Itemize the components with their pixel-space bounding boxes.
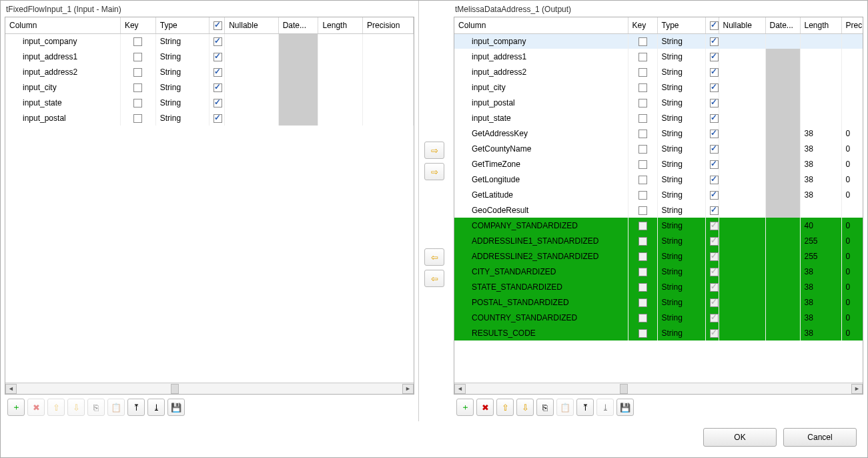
key-checkbox[interactable] [133,99,142,107]
cell-nullable-cb[interactable] [705,126,719,141]
hdr-nullable-cb[interactable] [209,17,225,33]
right-hscrollbar[interactable]: ◄ ► [454,383,863,394]
cell-type[interactable]: String [657,141,705,156]
cell-column[interactable]: input_city [454,79,628,95]
cell-precision[interactable]: 0 [841,264,863,279]
cell-column[interactable]: COMPANY_STANDARDIZED [454,218,628,233]
cell-type[interactable]: String [155,64,209,79]
cell-date[interactable] [765,110,800,126]
hdr-date[interactable]: Date... [278,17,318,33]
cell-type[interactable]: String [657,218,705,233]
nullable-checkbox[interactable] [710,83,719,92]
cell-date[interactable] [765,33,800,49]
cell-length[interactable] [800,202,841,218]
key-checkbox[interactable] [638,298,647,307]
cell-column[interactable]: input_address2 [5,64,120,79]
cell-column[interactable]: input_company [5,33,120,49]
key-checkbox[interactable] [638,176,647,184]
cell-date[interactable] [765,279,800,294]
cell-length[interactable]: 255 [800,233,841,248]
key-checkbox[interactable] [638,252,647,261]
cell-date[interactable] [278,95,318,110]
cell-length[interactable] [800,49,841,64]
hdr-date[interactable]: Date... [765,17,800,33]
cell-nullable-cb[interactable] [705,64,719,79]
nullable-checkbox[interactable] [710,206,719,215]
cell-type[interactable]: String [657,79,705,95]
key-checkbox[interactable] [638,114,647,123]
cell-length[interactable]: 38 [800,172,841,187]
cell-key[interactable] [120,64,155,79]
copy-all-left-button[interactable]: ⇦ [424,270,444,287]
cell-length[interactable]: 40 [800,218,841,233]
cell-key[interactable] [628,95,657,110]
cell-key[interactable] [628,64,657,79]
cell-precision[interactable] [841,202,863,218]
add-button[interactable]: ＋ [7,399,25,416]
scroll-left-icon[interactable]: ◄ [5,384,17,394]
cell-length[interactable] [318,95,363,110]
left-hscrollbar[interactable]: ◄ ► [5,383,414,394]
cell-precision[interactable] [363,79,414,95]
left-table[interactable]: Column Key Type Nullable Date... Length … [5,17,414,126]
key-checkbox[interactable] [638,329,647,338]
cell-date[interactable] [765,294,800,310]
cell-date[interactable] [765,79,800,95]
cell-column[interactable]: input_state [454,110,628,126]
nullable-checkbox[interactable] [710,53,719,61]
cell-key[interactable] [628,141,657,156]
table-row[interactable]: RESULTS_CODEString380 [454,325,863,340]
cell-precision[interactable]: 0 [841,294,863,310]
cell-precision[interactable]: 0 [841,218,863,233]
table-row[interactable]: input_postalString [454,95,863,110]
cell-precision[interactable]: 0 [841,310,863,325]
cell-type[interactable]: String [155,95,209,110]
copy-left-button[interactable]: ⇦ [424,248,444,266]
table-row[interactable]: GetTimeZoneString380 [454,156,863,172]
cell-type[interactable]: String [657,233,705,248]
nullable-checkbox[interactable] [710,176,719,184]
cell-nullable-cb[interactable] [209,49,225,64]
move-up-button[interactable]: ⇧ [47,399,65,416]
nullable-checkbox[interactable] [710,160,719,169]
cell-column[interactable]: RESULTS_CODE [454,325,628,340]
cell-nullable[interactable] [719,279,765,294]
table-row[interactable]: POSTAL_STANDARDIZEDString380 [454,294,863,310]
cell-column[interactable]: input_company [454,33,628,49]
cell-length[interactable] [318,64,363,79]
nullable-checkbox[interactable] [710,191,719,200]
cell-nullable-cb[interactable] [705,264,719,279]
key-checkbox[interactable] [638,53,647,61]
cell-nullable[interactable] [719,294,765,310]
move-down-button[interactable]: ⇩ [516,399,534,416]
key-checkbox[interactable] [638,283,647,292]
paste-button[interactable]: 📋 [556,399,574,416]
nullable-header-checkbox[interactable] [213,21,222,30]
cell-nullable-cb[interactable] [705,79,719,95]
table-row[interactable]: ADDRESSLINE2_STANDARDIZEDString2550 [454,248,863,264]
cell-key[interactable] [628,294,657,310]
cell-date[interactable] [765,49,800,64]
cell-column[interactable]: input_address1 [5,49,120,64]
cell-nullable[interactable] [719,141,765,156]
hdr-key[interactable]: Key [628,17,657,33]
cell-nullable-cb[interactable] [705,156,719,172]
cell-precision[interactable]: 0 [841,325,863,340]
hdr-column[interactable]: Column [454,17,628,33]
hdr-precision[interactable]: Precision [363,17,414,33]
cell-nullable-cb[interactable] [705,218,719,233]
cell-type[interactable]: String [657,325,705,340]
cell-type[interactable]: String [657,264,705,279]
cell-length[interactable]: 255 [800,248,841,264]
nullable-checkbox[interactable] [710,252,719,261]
key-checkbox[interactable] [638,99,647,107]
cell-column[interactable]: GetTimeZone [454,156,628,172]
cell-key[interactable] [120,79,155,95]
cell-nullable[interactable] [719,202,765,218]
cell-nullable[interactable] [719,325,765,340]
table-row[interactable]: input_cityString [5,79,414,95]
cell-nullable-cb[interactable] [705,172,719,187]
hdr-nullable-cb[interactable] [705,17,719,33]
nullable-checkbox[interactable] [710,329,719,338]
ok-button[interactable]: OK [703,428,777,447]
